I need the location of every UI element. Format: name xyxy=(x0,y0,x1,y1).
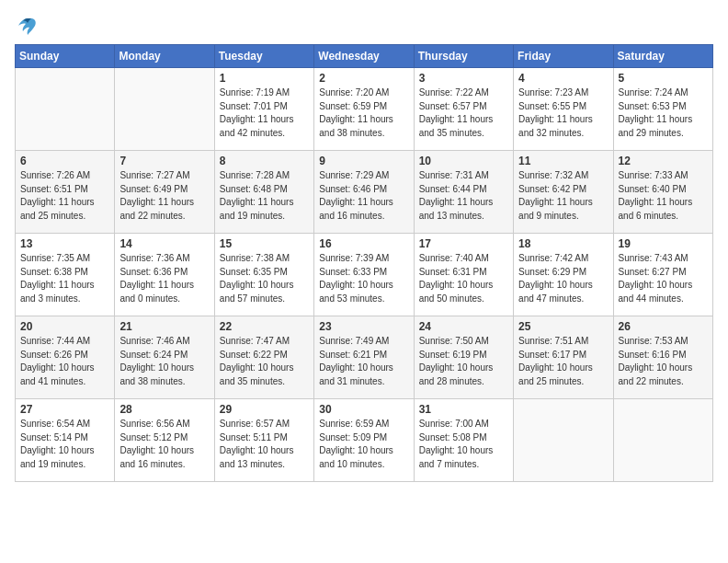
day-number: 24 xyxy=(419,320,508,333)
calendar-day-cell: 28Sunrise: 6:56 AMSunset: 5:12 PMDayligh… xyxy=(115,399,214,482)
calendar-day-cell: 3Sunrise: 7:22 AMSunset: 6:57 PMDaylight… xyxy=(414,68,513,151)
day-number: 6 xyxy=(20,155,109,167)
day-number: 30 xyxy=(319,403,408,416)
logo-icon xyxy=(15,15,40,37)
calendar-header-row: SundayMondayTuesdayWednesdayThursdayFrid… xyxy=(16,45,713,68)
weekday-header: Wednesday xyxy=(314,45,414,68)
day-number: 16 xyxy=(319,237,408,250)
page-header xyxy=(15,15,713,37)
calendar-day-cell: 18Sunrise: 7:42 AMSunset: 6:29 PMDayligh… xyxy=(514,234,613,316)
calendar-day-cell xyxy=(16,68,115,151)
day-number: 4 xyxy=(518,72,608,85)
day-number: 12 xyxy=(619,155,708,167)
day-detail: Sunrise: 7:42 AMSunset: 6:29 PMDaylight:… xyxy=(518,252,608,305)
calendar-day-cell: 12Sunrise: 7:33 AMSunset: 6:40 PMDayligh… xyxy=(613,151,712,234)
day-detail: Sunrise: 7:29 AMSunset: 6:46 PMDaylight:… xyxy=(319,169,408,223)
weekday-header: Monday xyxy=(115,45,214,68)
weekday-header: Sunday xyxy=(16,45,115,68)
calendar-week-row: 13Sunrise: 7:35 AMSunset: 6:38 PMDayligh… xyxy=(16,234,713,316)
day-number: 7 xyxy=(119,155,209,167)
calendar-week-row: 6Sunrise: 7:26 AMSunset: 6:51 PMDaylight… xyxy=(16,151,713,234)
day-detail: Sunrise: 7:51 AMSunset: 6:17 PMDaylight:… xyxy=(518,335,608,388)
day-number: 14 xyxy=(119,237,209,250)
day-detail: Sunrise: 6:56 AMSunset: 5:12 PMDaylight:… xyxy=(119,418,209,471)
day-number: 1 xyxy=(220,72,309,85)
day-detail: Sunrise: 7:53 AMSunset: 6:16 PMDaylight:… xyxy=(619,335,708,388)
day-detail: Sunrise: 7:40 AMSunset: 6:31 PMDaylight:… xyxy=(419,252,508,305)
calendar-week-row: 27Sunrise: 6:54 AMSunset: 5:14 PMDayligh… xyxy=(16,399,713,482)
calendar-day-cell: 2Sunrise: 7:20 AMSunset: 6:59 PMDaylight… xyxy=(314,68,414,151)
day-number: 21 xyxy=(119,320,209,333)
calendar-day-cell: 29Sunrise: 6:57 AMSunset: 5:11 PMDayligh… xyxy=(214,399,313,482)
calendar-day-cell: 6Sunrise: 7:26 AMSunset: 6:51 PMDaylight… xyxy=(16,151,115,234)
day-number: 19 xyxy=(619,237,708,250)
day-number: 2 xyxy=(319,72,408,85)
day-detail: Sunrise: 7:43 AMSunset: 6:27 PMDaylight:… xyxy=(619,252,708,305)
calendar-week-row: 1Sunrise: 7:19 AMSunset: 7:01 PMDaylight… xyxy=(16,68,713,151)
day-detail: Sunrise: 7:19 AMSunset: 7:01 PMDaylight:… xyxy=(220,86,309,140)
day-detail: Sunrise: 7:23 AMSunset: 6:55 PMDaylight:… xyxy=(518,86,608,140)
calendar-day-cell: 9Sunrise: 7:29 AMSunset: 6:46 PMDaylight… xyxy=(314,151,414,234)
day-detail: Sunrise: 7:49 AMSunset: 6:21 PMDaylight:… xyxy=(319,335,408,388)
day-number: 29 xyxy=(220,403,309,416)
day-number: 28 xyxy=(119,403,209,416)
calendar-day-cell: 11Sunrise: 7:32 AMSunset: 6:42 PMDayligh… xyxy=(514,151,613,234)
weekday-header: Thursday xyxy=(414,45,513,68)
day-number: 25 xyxy=(518,320,608,333)
day-number: 22 xyxy=(220,320,309,333)
day-detail: Sunrise: 6:59 AMSunset: 5:09 PMDaylight:… xyxy=(319,418,408,471)
day-detail: Sunrise: 7:32 AMSunset: 6:42 PMDaylight:… xyxy=(518,169,608,223)
day-detail: Sunrise: 7:26 AMSunset: 6:51 PMDaylight:… xyxy=(20,169,109,223)
weekday-header: Friday xyxy=(514,45,613,68)
day-detail: Sunrise: 7:20 AMSunset: 6:59 PMDaylight:… xyxy=(319,86,408,140)
calendar-day-cell: 15Sunrise: 7:38 AMSunset: 6:35 PMDayligh… xyxy=(214,234,313,316)
calendar-day-cell: 13Sunrise: 7:35 AMSunset: 6:38 PMDayligh… xyxy=(16,234,115,316)
day-number: 8 xyxy=(220,155,309,167)
calendar-day-cell xyxy=(115,68,214,151)
day-detail: Sunrise: 7:22 AMSunset: 6:57 PMDaylight:… xyxy=(419,86,508,140)
calendar-day-cell: 20Sunrise: 7:44 AMSunset: 6:26 PMDayligh… xyxy=(16,316,115,399)
calendar-day-cell: 24Sunrise: 7:50 AMSunset: 6:19 PMDayligh… xyxy=(414,316,513,399)
day-number: 18 xyxy=(518,237,608,250)
day-number: 13 xyxy=(20,237,109,250)
day-detail: Sunrise: 7:28 AMSunset: 6:48 PMDaylight:… xyxy=(220,169,309,223)
calendar-day-cell: 30Sunrise: 6:59 AMSunset: 5:09 PMDayligh… xyxy=(314,399,414,482)
day-detail: Sunrise: 7:00 AMSunset: 5:08 PMDaylight:… xyxy=(419,418,508,471)
calendar-table: SundayMondayTuesdayWednesdayThursdayFrid… xyxy=(15,44,713,482)
day-detail: Sunrise: 7:27 AMSunset: 6:49 PMDaylight:… xyxy=(119,169,209,223)
calendar-day-cell: 16Sunrise: 7:39 AMSunset: 6:33 PMDayligh… xyxy=(314,234,414,316)
day-detail: Sunrise: 6:57 AMSunset: 5:11 PMDaylight:… xyxy=(220,418,309,471)
calendar-week-row: 20Sunrise: 7:44 AMSunset: 6:26 PMDayligh… xyxy=(16,316,713,399)
weekday-header: Tuesday xyxy=(214,45,313,68)
calendar-day-cell: 27Sunrise: 6:54 AMSunset: 5:14 PMDayligh… xyxy=(16,399,115,482)
calendar-day-cell: 21Sunrise: 7:46 AMSunset: 6:24 PMDayligh… xyxy=(115,316,214,399)
day-detail: Sunrise: 7:36 AMSunset: 6:36 PMDaylight:… xyxy=(119,252,209,305)
calendar-day-cell: 1Sunrise: 7:19 AMSunset: 7:01 PMDaylight… xyxy=(214,68,313,151)
day-number: 26 xyxy=(619,320,708,333)
calendar-day-cell: 7Sunrise: 7:27 AMSunset: 6:49 PMDaylight… xyxy=(115,151,214,234)
calendar-day-cell: 8Sunrise: 7:28 AMSunset: 6:48 PMDaylight… xyxy=(214,151,313,234)
weekday-header: Saturday xyxy=(613,45,712,68)
calendar-day-cell: 25Sunrise: 7:51 AMSunset: 6:17 PMDayligh… xyxy=(514,316,613,399)
calendar-day-cell: 17Sunrise: 7:40 AMSunset: 6:31 PMDayligh… xyxy=(414,234,513,316)
day-number: 31 xyxy=(419,403,508,416)
day-number: 5 xyxy=(619,72,708,85)
day-detail: Sunrise: 6:54 AMSunset: 5:14 PMDaylight:… xyxy=(20,418,109,471)
day-number: 27 xyxy=(20,403,109,416)
day-number: 10 xyxy=(419,155,508,167)
day-number: 15 xyxy=(220,237,309,250)
logo xyxy=(15,15,44,37)
day-number: 9 xyxy=(319,155,408,167)
day-number: 17 xyxy=(419,237,508,250)
calendar-day-cell: 4Sunrise: 7:23 AMSunset: 6:55 PMDaylight… xyxy=(514,68,613,151)
day-detail: Sunrise: 7:46 AMSunset: 6:24 PMDaylight:… xyxy=(119,335,209,388)
day-number: 20 xyxy=(20,320,109,333)
day-detail: Sunrise: 7:35 AMSunset: 6:38 PMDaylight:… xyxy=(20,252,109,305)
day-detail: Sunrise: 7:24 AMSunset: 6:53 PMDaylight:… xyxy=(619,86,708,140)
day-detail: Sunrise: 7:33 AMSunset: 6:40 PMDaylight:… xyxy=(619,169,708,223)
day-detail: Sunrise: 7:47 AMSunset: 6:22 PMDaylight:… xyxy=(220,335,309,388)
calendar-day-cell xyxy=(514,399,613,482)
calendar-day-cell: 22Sunrise: 7:47 AMSunset: 6:22 PMDayligh… xyxy=(214,316,313,399)
day-number: 23 xyxy=(319,320,408,333)
calendar-day-cell xyxy=(613,399,712,482)
